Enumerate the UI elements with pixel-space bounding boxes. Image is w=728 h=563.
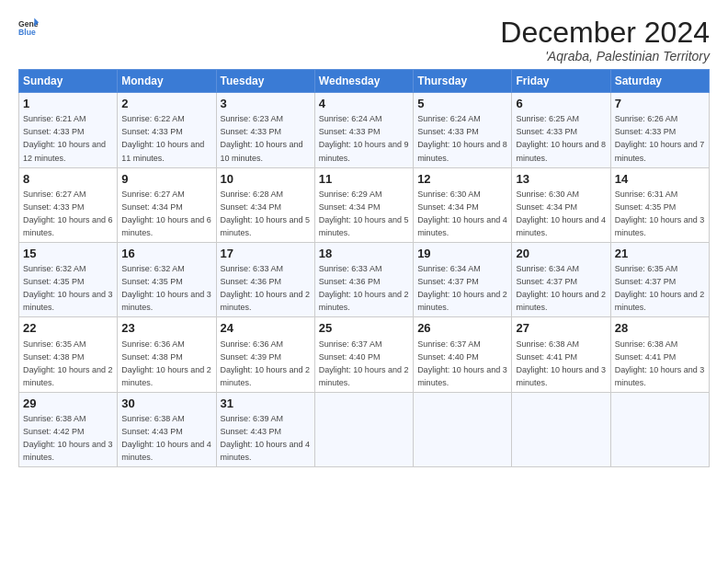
day-number: 29 xyxy=(23,396,113,412)
calendar-cell: 17Sunrise: 6:33 AMSunset: 4:36 PMDayligh… xyxy=(216,242,314,316)
calendar-cell: 3Sunrise: 6:23 AMSunset: 4:33 PMDaylight… xyxy=(216,93,314,167)
day-number: 13 xyxy=(516,171,606,188)
calendar-cell: 6Sunrise: 6:25 AMSunset: 4:33 PMDaylight… xyxy=(512,93,610,167)
day-number: 19 xyxy=(417,246,507,262)
calendar-cell: 11Sunrise: 6:29 AMSunset: 4:34 PMDayligh… xyxy=(314,167,413,242)
page: General Blue December 2024 'Aqraba, Pale… xyxy=(0,0,728,563)
day-info: Sunrise: 6:39 AMSunset: 4:43 PMDaylight:… xyxy=(221,414,311,462)
day-info: Sunrise: 6:37 AMSunset: 4:40 PMDaylight:… xyxy=(319,339,409,387)
header-row: General Blue December 2024 'Aqraba, Pale… xyxy=(18,17,710,63)
header-monday: Monday xyxy=(118,70,216,93)
calendar-cell xyxy=(414,392,512,466)
header-sunday: Sunday xyxy=(19,70,118,93)
logo-icon: General Blue xyxy=(18,17,39,37)
day-number: 15 xyxy=(23,246,113,262)
calendar-cell: 15Sunrise: 6:32 AMSunset: 4:35 PMDayligh… xyxy=(19,242,118,316)
day-number: 8 xyxy=(23,171,113,188)
day-info: Sunrise: 6:23 AMSunset: 4:33 PMDaylight:… xyxy=(221,114,303,162)
calendar-cell xyxy=(314,392,413,466)
logo: General Blue xyxy=(18,17,39,37)
calendar-cell: 5Sunrise: 6:24 AMSunset: 4:33 PMDaylight… xyxy=(414,93,512,167)
calendar-cell: 27Sunrise: 6:38 AMSunset: 4:41 PMDayligh… xyxy=(512,317,610,392)
calendar-cell: 14Sunrise: 6:31 AMSunset: 4:35 PMDayligh… xyxy=(610,167,709,242)
calendar-cell: 26Sunrise: 6:37 AMSunset: 4:40 PMDayligh… xyxy=(414,317,512,392)
day-info: Sunrise: 6:30 AMSunset: 4:34 PMDaylight:… xyxy=(417,190,507,237)
day-number: 9 xyxy=(121,171,211,188)
day-info: Sunrise: 6:34 AMSunset: 4:37 PMDaylight:… xyxy=(516,264,606,312)
day-number: 6 xyxy=(516,96,606,112)
day-info: Sunrise: 6:32 AMSunset: 4:35 PMDaylight:… xyxy=(121,264,211,312)
calendar-cell: 22Sunrise: 6:35 AMSunset: 4:38 PMDayligh… xyxy=(19,317,118,392)
day-number: 1 xyxy=(23,96,113,112)
calendar-week-row: 22Sunrise: 6:35 AMSunset: 4:38 PMDayligh… xyxy=(19,317,710,392)
day-info: Sunrise: 6:33 AMSunset: 4:36 PMDaylight:… xyxy=(319,264,409,312)
calendar-week-row: 8Sunrise: 6:27 AMSunset: 4:33 PMDaylight… xyxy=(19,167,710,242)
day-info: Sunrise: 6:28 AMSunset: 4:34 PMDaylight:… xyxy=(221,190,311,237)
day-info: Sunrise: 6:25 AMSunset: 4:33 PMDaylight:… xyxy=(516,114,606,162)
day-info: Sunrise: 6:31 AMSunset: 4:35 PMDaylight:… xyxy=(615,190,705,237)
day-info: Sunrise: 6:30 AMSunset: 4:34 PMDaylight:… xyxy=(516,190,606,237)
day-number: 20 xyxy=(516,246,606,262)
day-number: 30 xyxy=(121,396,211,412)
calendar-cell: 18Sunrise: 6:33 AMSunset: 4:36 PMDayligh… xyxy=(314,242,413,316)
header-saturday: Saturday xyxy=(610,70,709,93)
day-info: Sunrise: 6:27 AMSunset: 4:33 PMDaylight:… xyxy=(23,190,113,237)
day-info: Sunrise: 6:35 AMSunset: 4:37 PMDaylight:… xyxy=(615,264,705,312)
day-info: Sunrise: 6:36 AMSunset: 4:38 PMDaylight:… xyxy=(121,339,211,387)
title-block: December 2024 'Aqraba, Palestinian Terri… xyxy=(500,17,710,63)
day-number: 23 xyxy=(121,320,211,337)
day-info: Sunrise: 6:29 AMSunset: 4:34 PMDaylight:… xyxy=(319,190,409,237)
calendar-cell xyxy=(610,392,709,466)
day-number: 16 xyxy=(121,246,211,262)
day-info: Sunrise: 6:37 AMSunset: 4:40 PMDaylight:… xyxy=(417,339,507,387)
day-info: Sunrise: 6:32 AMSunset: 4:35 PMDaylight:… xyxy=(23,264,113,312)
calendar-cell: 9Sunrise: 6:27 AMSunset: 4:34 PMDaylight… xyxy=(118,167,216,242)
day-info: Sunrise: 6:26 AMSunset: 4:33 PMDaylight:… xyxy=(615,114,705,162)
calendar-cell: 20Sunrise: 6:34 AMSunset: 4:37 PMDayligh… xyxy=(512,242,610,316)
day-info: Sunrise: 6:33 AMSunset: 4:36 PMDaylight:… xyxy=(221,264,311,312)
day-info: Sunrise: 6:38 AMSunset: 4:41 PMDaylight:… xyxy=(615,339,705,387)
day-number: 21 xyxy=(615,246,705,262)
day-number: 24 xyxy=(221,320,311,337)
day-number: 25 xyxy=(319,320,409,337)
day-number: 4 xyxy=(319,96,409,112)
header-friday: Friday xyxy=(512,70,610,93)
day-info: Sunrise: 6:35 AMSunset: 4:38 PMDaylight:… xyxy=(23,339,113,387)
calendar-cell: 8Sunrise: 6:27 AMSunset: 4:33 PMDaylight… xyxy=(19,167,118,242)
calendar-cell: 4Sunrise: 6:24 AMSunset: 4:33 PMDaylight… xyxy=(314,93,413,167)
calendar-cell: 12Sunrise: 6:30 AMSunset: 4:34 PMDayligh… xyxy=(414,167,512,242)
day-number: 27 xyxy=(516,320,606,337)
main-title: December 2024 xyxy=(500,17,710,49)
calendar-cell: 2Sunrise: 6:22 AMSunset: 4:33 PMDaylight… xyxy=(118,93,216,167)
header-wednesday: Wednesday xyxy=(314,70,413,93)
day-info: Sunrise: 6:24 AMSunset: 4:33 PMDaylight:… xyxy=(319,114,409,162)
day-number: 17 xyxy=(221,246,311,262)
day-number: 22 xyxy=(23,320,113,337)
day-number: 18 xyxy=(319,246,409,262)
calendar-week-row: 15Sunrise: 6:32 AMSunset: 4:35 PMDayligh… xyxy=(19,242,710,316)
day-number: 7 xyxy=(615,96,705,112)
day-number: 26 xyxy=(417,320,507,337)
calendar-table: Sunday Monday Tuesday Wednesday Thursday… xyxy=(18,69,710,467)
calendar-cell: 24Sunrise: 6:36 AMSunset: 4:39 PMDayligh… xyxy=(216,317,314,392)
day-number: 28 xyxy=(615,320,705,337)
day-number: 14 xyxy=(615,171,705,188)
day-info: Sunrise: 6:38 AMSunset: 4:43 PMDaylight:… xyxy=(121,414,211,462)
calendar-cell: 16Sunrise: 6:32 AMSunset: 4:35 PMDayligh… xyxy=(118,242,216,316)
calendar-cell: 13Sunrise: 6:30 AMSunset: 4:34 PMDayligh… xyxy=(512,167,610,242)
day-number: 10 xyxy=(221,171,311,188)
day-info: Sunrise: 6:27 AMSunset: 4:34 PMDaylight:… xyxy=(121,190,211,237)
calendar-cell: 25Sunrise: 6:37 AMSunset: 4:40 PMDayligh… xyxy=(314,317,413,392)
subtitle: 'Aqraba, Palestinian Territory xyxy=(500,49,710,63)
day-number: 2 xyxy=(121,96,211,112)
calendar-cell: 28Sunrise: 6:38 AMSunset: 4:41 PMDayligh… xyxy=(610,317,709,392)
header-thursday: Thursday xyxy=(414,70,512,93)
calendar-cell: 19Sunrise: 6:34 AMSunset: 4:37 PMDayligh… xyxy=(414,242,512,316)
calendar-week-row: 1Sunrise: 6:21 AMSunset: 4:33 PMDaylight… xyxy=(19,93,710,167)
day-info: Sunrise: 6:36 AMSunset: 4:39 PMDaylight:… xyxy=(221,339,311,387)
calendar-cell: 30Sunrise: 6:38 AMSunset: 4:43 PMDayligh… xyxy=(118,392,216,466)
calendar-cell: 29Sunrise: 6:38 AMSunset: 4:42 PMDayligh… xyxy=(19,392,118,466)
day-info: Sunrise: 6:21 AMSunset: 4:33 PMDaylight:… xyxy=(23,114,106,162)
calendar-cell: 23Sunrise: 6:36 AMSunset: 4:38 PMDayligh… xyxy=(118,317,216,392)
calendar-cell: 10Sunrise: 6:28 AMSunset: 4:34 PMDayligh… xyxy=(216,167,314,242)
